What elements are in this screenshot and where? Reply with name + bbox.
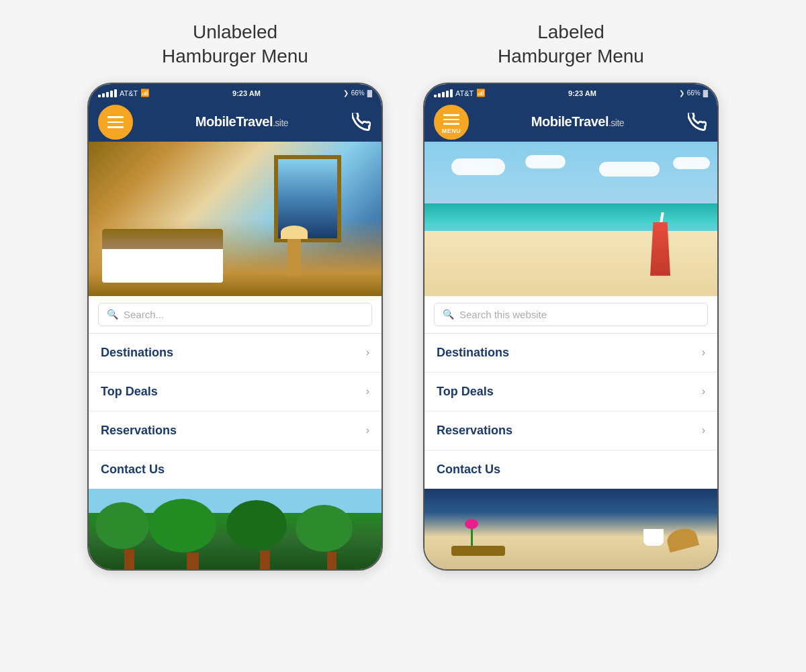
left-search-input-wrap[interactable]: 🔍 Search... [98, 303, 372, 326]
right-hamburger-bar-1 [443, 114, 459, 116]
right-status-left: AT&T 📶 [434, 89, 486, 97]
right-beach-clouds [424, 152, 717, 192]
left-battery-icon: ▓ [367, 89, 372, 97]
right-flower [465, 519, 478, 546]
right-hamburger-bar-2 [443, 119, 459, 121]
left-tree-1 [109, 502, 149, 569]
left-hamburger-bar-3 [107, 126, 124, 128]
right-menu-list: Destinations › Top Deals › Reservations … [424, 334, 717, 489]
right-coffee-cup [643, 529, 664, 546]
right-reservations-label: Reservations [437, 424, 512, 438]
left-search-placeholder: Search... [124, 309, 164, 320]
right-hero-image [424, 142, 717, 296]
right-top-deals-label: Top Deals [437, 385, 494, 399]
left-time: 9:23 AM [232, 89, 261, 97]
right-brand: MobileTravel.site [531, 114, 624, 130]
right-brand-suffix: .site [609, 117, 624, 128]
right-menu-item-destinations[interactable]: Destinations › [424, 334, 717, 373]
right-hamburger-button[interactable]: MENU [434, 105, 469, 140]
left-brand: MobileTravel.site [195, 114, 288, 130]
right-location-icon: ❯ [679, 89, 684, 97]
right-beach-scene [424, 142, 717, 296]
left-hero-image [89, 142, 382, 296]
left-tree-4 [310, 505, 353, 569]
left-section: Unlabeled Hamburger Menu AT&T 📶 9:23 AM … [87, 20, 383, 571]
left-menu-item-destinations[interactable]: Destinations › [89, 334, 382, 373]
right-cloud-2 [525, 155, 566, 169]
right-reservations-arrow: › [702, 424, 705, 436]
right-drink [643, 209, 677, 276]
right-flower-bloom [465, 519, 478, 529]
left-search-icon: 🔍 [107, 309, 118, 320]
right-cloud-3 [599, 162, 660, 177]
left-location-icon: ❯ [343, 89, 349, 97]
right-search-icon: 🔍 [443, 309, 454, 320]
left-wifi-icon: 📶 [140, 89, 150, 97]
right-cloud-1 [451, 158, 505, 175]
right-nav-bar: MENU MobileTravel.site [424, 103, 717, 142]
left-menu-item-top-deals[interactable]: Top Deals › [89, 373, 382, 412]
left-bottom-image [89, 489, 382, 569]
left-phone-icon [352, 113, 371, 132]
left-brand-name: MobileTravel [195, 114, 273, 129]
right-search-bar: 🔍 Search this website [424, 296, 717, 334]
right-contact-label: Contact Us [437, 463, 500, 477]
right-title: Labeled Hamburger Menu [498, 20, 644, 69]
left-hotel-room-scene [89, 142, 382, 296]
left-top-deals-arrow: › [366, 385, 369, 397]
right-hamburger-bar-3 [443, 123, 459, 125]
left-battery-pct: 66% [351, 89, 365, 97]
right-cafe-scene [424, 489, 717, 569]
right-search-input-wrap[interactable]: 🔍 Search this website [434, 303, 708, 326]
left-reservations-label: Reservations [101, 424, 177, 438]
right-menu-item-top-deals[interactable]: Top Deals › [424, 373, 717, 412]
left-hotel-lamp [287, 236, 301, 276]
left-phone: AT&T 📶 9:23 AM ❯ 66% ▓ MobileTravel.site [87, 83, 383, 571]
left-brand-suffix: .site [273, 117, 288, 128]
right-hamburger-label: MENU [442, 128, 461, 134]
right-menu-item-contact[interactable]: Contact Us [424, 450, 717, 489]
left-menu-item-reservations[interactable]: Reservations › [89, 412, 382, 450]
left-status-left: AT&T 📶 [98, 89, 150, 97]
left-carrier: AT&T [120, 89, 138, 97]
right-cloud-4 [673, 157, 710, 169]
right-phone: AT&T 📶 9:23 AM ❯ 66% ▓ MENU MobileTr [423, 83, 719, 571]
right-destinations-label: Destinations [437, 346, 509, 360]
left-contact-label: Contact Us [101, 463, 165, 477]
left-status-right: ❯ 66% ▓ [343, 89, 372, 97]
right-section: Labeled Hamburger Menu AT&T 📶 9:23 AM ❯ … [423, 20, 719, 571]
left-destinations-label: Destinations [101, 346, 173, 360]
left-hamburger-bar-2 [107, 122, 124, 124]
right-cafe-table [451, 546, 505, 556]
right-status-bar: AT&T 📶 9:23 AM ❯ 66% ▓ [424, 84, 717, 103]
left-tree-3 [243, 500, 287, 569]
right-time: 9:23 AM [568, 89, 596, 97]
right-battery-icon: ▓ [703, 89, 708, 97]
right-signal-icon [434, 89, 453, 97]
right-status-right: ❯ 66% ▓ [679, 89, 708, 97]
right-brand-name: MobileTravel [531, 114, 609, 129]
right-hamburger-bars [443, 114, 459, 125]
right-carrier: AT&T [455, 89, 474, 97]
right-destinations-arrow: › [702, 346, 705, 358]
right-wifi-icon: 📶 [476, 89, 486, 97]
left-nav-bar: MobileTravel.site [89, 103, 382, 142]
left-title: Unlabeled Hamburger Menu [162, 20, 308, 69]
left-hamburger-button[interactable] [98, 105, 133, 140]
left-call-button[interactable] [351, 111, 372, 133]
right-search-placeholder: Search this website [459, 309, 547, 320]
right-menu-item-reservations[interactable]: Reservations › [424, 412, 717, 450]
left-reservations-arrow: › [366, 424, 369, 436]
left-jungle-scene [89, 489, 382, 569]
left-destinations-arrow: › [366, 346, 369, 358]
right-drink-glass [650, 222, 670, 276]
right-croissant [665, 525, 699, 553]
right-battery-pct: 66% [687, 89, 701, 97]
left-menu-item-contact[interactable]: Contact Us [89, 450, 382, 489]
left-signal-icon [98, 89, 117, 97]
right-flower-stem [471, 529, 473, 546]
left-top-deals-label: Top Deals [101, 385, 158, 399]
left-menu-list: Destinations › Top Deals › Reservations … [89, 334, 382, 489]
right-call-button[interactable] [686, 111, 708, 133]
right-top-deals-arrow: › [702, 385, 705, 397]
